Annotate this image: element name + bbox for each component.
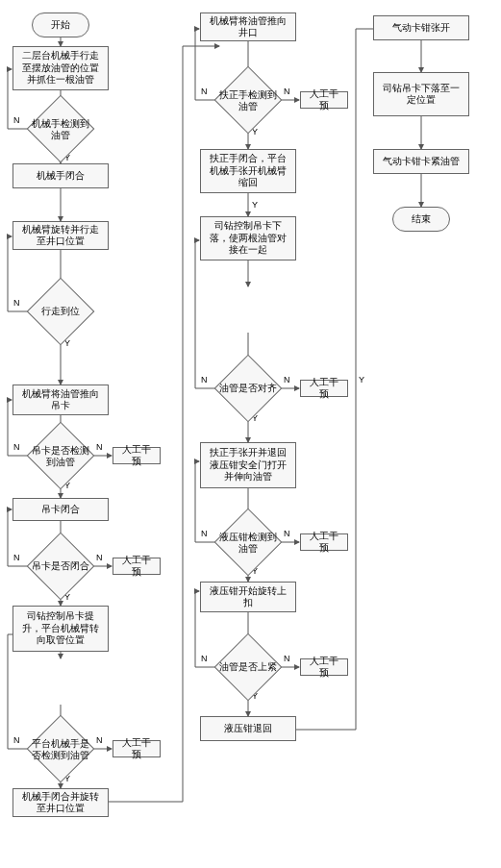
manual-intervention: 人工干预	[300, 658, 348, 676]
lbl-y: Y	[359, 375, 364, 384]
decision: 油管是否上紧	[215, 644, 281, 690]
lbl-n: N	[284, 529, 290, 538]
flowchart-canvas: N Y N Y N Y N N Y N N Y N N Y N Y N Y N …	[0, 0, 501, 868]
process: 司钻吊卡下落至一定位置	[373, 72, 469, 116]
decision: 平台机械手是否检测到油管	[28, 726, 93, 772]
lbl-n: N	[13, 442, 20, 452]
decision: 液压钳检测到油管	[215, 519, 281, 565]
decision: 油管是否对齐	[215, 365, 281, 411]
lbl-n: N	[96, 442, 103, 452]
process: 机械臂旋转并行走至井口位置	[13, 221, 109, 250]
lbl-n: N	[13, 298, 20, 308]
lbl-n: N	[201, 654, 208, 663]
terminator-start: 开始	[32, 12, 89, 37]
lbl-n: N	[201, 375, 208, 384]
manual-intervention: 人工干预	[300, 533, 348, 551]
manual-intervention: 人工干预	[300, 91, 348, 109]
process: 机械臂将油管推向井口	[200, 12, 296, 41]
lbl-n: N	[13, 553, 20, 562]
manual-intervention: 人工干预	[300, 380, 348, 397]
manual-intervention: 人工干预	[113, 447, 161, 464]
terminator-end: 结束	[392, 207, 450, 232]
process: 机械手闭合	[13, 163, 109, 188]
process: 机械手闭合并旋转至井口位置	[13, 788, 109, 817]
process: 司钻控制吊卡提升，平台机械臂转向取管位置	[13, 606, 109, 652]
lbl-n: N	[13, 735, 20, 745]
lbl-n: N	[96, 553, 103, 562]
process: 气动卡钳卡紧油管	[373, 149, 469, 174]
process: 液压钳开始旋转上扣	[200, 582, 296, 612]
process: 液压钳退回	[200, 716, 296, 741]
manual-intervention: 人工干预	[113, 558, 161, 575]
process: 司钻控制吊卡下落，使两根油管对接在一起	[200, 216, 296, 260]
process: 扶正手张开并退回液压钳安全门打开并伸向油管	[200, 442, 296, 488]
decision: 吊卡是否闭合	[28, 543, 93, 589]
process: 二层台机械手行走至摆放油管的位置并抓住一根油管	[13, 46, 109, 90]
process: 气动卡钳张开	[373, 15, 469, 40]
lbl-n: N	[13, 115, 20, 125]
process: 扶正手闭合，平台机械手张开机械臂缩回	[200, 149, 296, 193]
process: 机械臂将油管推向吊卡	[13, 384, 109, 415]
process: 吊卡闭合	[13, 498, 109, 521]
decision: 扶正手检测到油管	[215, 77, 281, 123]
lbl-n: N	[284, 375, 290, 384]
manual-intervention: 人工干预	[113, 740, 161, 757]
lbl-n: N	[284, 87, 290, 96]
decision: 吊卡是否检测到油管	[28, 433, 93, 479]
lbl-n: N	[284, 654, 290, 663]
lbl-n: N	[201, 87, 208, 96]
lbl-n: N	[96, 735, 103, 745]
decision: 行走到位	[28, 288, 93, 335]
lbl-n: N	[201, 529, 208, 538]
decision: 机械手检测到油管	[28, 106, 93, 152]
lbl-y: Y	[252, 200, 258, 210]
